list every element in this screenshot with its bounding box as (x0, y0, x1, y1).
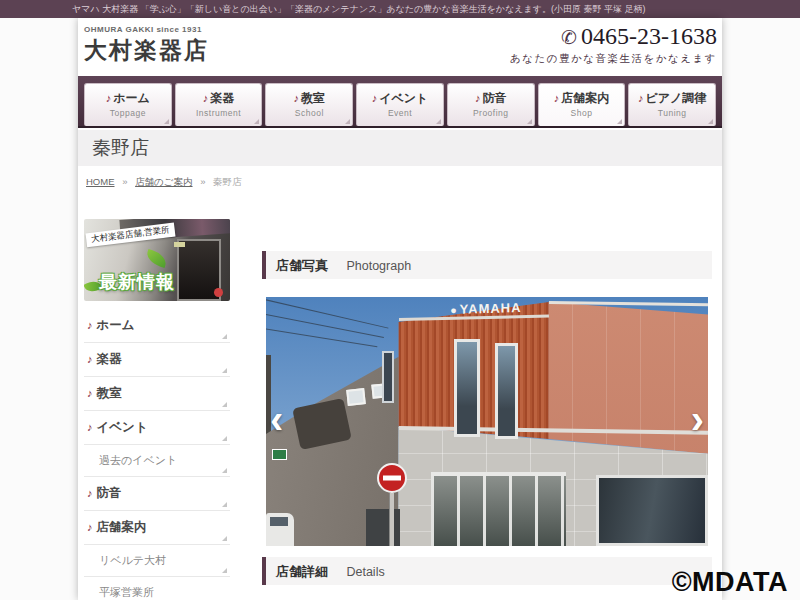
nav-item-label-row: ♪楽器 (176, 90, 262, 107)
sidebar-item-event[interactable]: ♪イベント (84, 411, 230, 445)
yamaha-logo-text: YAMAHA (459, 300, 521, 317)
upper-window (454, 339, 480, 437)
no-entry-sign (377, 463, 407, 493)
nav-item-sublabel: School (266, 108, 352, 118)
nav-item-tuning[interactable]: ♪ピアノ調律 Tuning (628, 83, 716, 126)
music-note-icon: ♪ (372, 92, 378, 104)
sidebar-item-past-events[interactable]: 過去のイベント (84, 445, 230, 477)
sidebar-item-liberte-omura[interactable]: リベルテ大村 (84, 545, 230, 577)
sidebar-item-label: 教室 (97, 386, 122, 400)
nav-item-label-row: ♪教室 (266, 90, 352, 107)
storefront-entrance (431, 472, 566, 546)
nav-item-label-row: ♪防音 (448, 90, 534, 107)
sidebar-item-label: 平塚営業所 (99, 586, 154, 598)
content-columns: 大村楽器店舗,営業所 最新情報 ♪ホーム ♪楽器 ♪教室 ♪イベント 過去のイベ… (78, 219, 722, 600)
music-note-icon: ♪ (87, 353, 93, 365)
sidebar-item-hiratsuka[interactable]: 平塚営業所 (84, 577, 230, 600)
nav-item-label-row: ♪ピアノ調律 (629, 90, 715, 107)
news-banner[interactable]: 大村楽器店舗,営業所 最新情報 (84, 219, 230, 301)
nav-item-label: 教室 (301, 91, 325, 105)
music-note-icon: ♪ (87, 521, 93, 533)
phone-number-row: ✆0465-23-1638 (510, 23, 717, 50)
nav-item-sublabel: Event (357, 108, 443, 118)
sidebar-item-label: 防音 (97, 486, 122, 500)
upper-window (495, 343, 518, 439)
music-note-icon: ♪ (87, 421, 93, 433)
nav-item-instrument[interactable]: ♪楽器 Instrument (175, 83, 263, 126)
music-note-icon: ♪ (475, 92, 481, 104)
nav-item-sublabel: Tuning (629, 108, 715, 118)
breadcrumb-current: 秦野店 (213, 176, 242, 187)
nav-item-home[interactable]: ♪ホーム Toppage (84, 83, 172, 126)
page-title-bar: 秦野店 (78, 130, 722, 166)
sidebar-item-label: イベント (97, 420, 148, 434)
music-note-icon: ♪ (87, 387, 93, 399)
nav-item-label-row: ♪イベント (357, 90, 443, 107)
page-title: 秦野店 (92, 137, 149, 158)
breadcrumb-home[interactable]: HOME (86, 176, 115, 187)
nav-item-shop[interactable]: ♪店舗案内 Shop (538, 83, 626, 126)
van-window (270, 517, 288, 526)
nav-item-event[interactable]: ♪イベント Event (356, 83, 444, 126)
banner-store-sign (174, 242, 185, 247)
top-notice-text: ヤマハ 大村楽器 「学ぶ心」「新しい音との出会い」「楽器のメンテナンス」あなたの… (72, 4, 645, 14)
section-title-ja: 店舗写真 (276, 258, 328, 273)
nav-item-label: 防音 (482, 91, 506, 105)
carousel-next-button[interactable]: › (691, 398, 704, 438)
breadcrumb-separator: » (200, 176, 205, 187)
nav-item-label: 店舗案内 (561, 91, 609, 105)
nav-item-label: 楽器 (210, 91, 234, 105)
nav-item-label: イベント (379, 91, 428, 105)
nav-item-proofing[interactable]: ♪防音 Proofing (447, 83, 535, 126)
nav-item-sublabel: Shop (539, 108, 625, 118)
sidebar-item-label: 店舗案内 (97, 520, 147, 534)
breadcrumb-shops[interactable]: 店舗のご案内 (135, 176, 192, 187)
nav-item-label: ピアノ調律 (646, 91, 707, 105)
phone-icon: ✆ (561, 27, 577, 48)
nav-item-school[interactable]: ♪教室 School (265, 83, 353, 126)
sidebar-item-school[interactable]: ♪教室 (84, 377, 230, 411)
details-section-heading: 店舗詳細 Details (262, 557, 712, 585)
leaf-icon (145, 249, 169, 268)
parked-van (266, 513, 294, 546)
music-note-icon: ♪ (638, 92, 644, 104)
street-equipment (366, 509, 400, 546)
sidebar: 大村楽器店舗,営業所 最新情報 ♪ホーム ♪楽器 ♪教室 ♪イベント 過去のイベ… (84, 219, 230, 600)
site-logo[interactable]: OHMURA GAKKI since 1931 大村楽器店 (84, 25, 209, 66)
nav-item-label-row: ♪店舗案内 (539, 90, 625, 107)
banner-title: 最新情報 (99, 270, 175, 294)
sidebar-item-home[interactable]: ♪ホーム (84, 309, 230, 343)
music-note-icon: ♪ (106, 92, 112, 104)
phone-number: 0465-23-1638 (581, 23, 717, 49)
storefront-display-window (596, 475, 708, 546)
breadcrumb: HOME » 店舗のご案内 » 秦野店 (86, 176, 722, 189)
side-window (346, 388, 366, 406)
breadcrumb-separator: » (122, 176, 127, 187)
corner-window (382, 351, 394, 403)
sidebar-item-shop-guide[interactable]: ♪店舗案内 (84, 511, 230, 545)
logo-main-text: 大村楽器店 (84, 35, 209, 66)
section-title-ja: 店舗詳細 (276, 564, 328, 579)
watermark: ©MDATA (672, 567, 788, 598)
section-title-en: Photograph (346, 259, 411, 273)
banner-red-dot (214, 288, 223, 297)
sidebar-item-proofing[interactable]: ♪防音 (84, 477, 230, 511)
header-tagline: あなたの豊かな音楽生活をかなえます (510, 52, 717, 66)
main-column: 店舗写真 Photograph (262, 219, 712, 600)
store-photo: ●YAMAHA (266, 297, 708, 546)
nav-item-label: ホーム (113, 91, 150, 105)
nav-item-sublabel: Toppage (85, 108, 171, 118)
photo-section-heading: 店舗写真 Photograph (262, 251, 712, 279)
sidebar-item-instrument[interactable]: ♪楽器 (84, 343, 230, 377)
sidebar-menu: ♪ホーム ♪楽器 ♪教室 ♪イベント 過去のイベント ♪防音 ♪店舗案内 リベル… (84, 309, 230, 600)
sidebar-item-label: 楽器 (97, 352, 122, 366)
nav-item-sublabel: Proofing (448, 108, 534, 118)
yamaha-logo-dot: ● (450, 304, 458, 316)
music-note-icon: ♪ (87, 319, 93, 331)
site-header: OHMURA GAKKI since 1931 大村楽器店 ✆0465-23-1… (78, 18, 722, 76)
page: ヤマハ 大村楽器 「学ぶ心」「新しい音との出会い」「楽器のメンテナンス」あなたの… (0, 0, 800, 600)
music-note-icon: ♪ (203, 92, 209, 104)
carousel-prev-button[interactable]: ‹ (270, 398, 283, 438)
sidebar-item-label: ホーム (97, 318, 135, 332)
header-contact: ✆0465-23-1638 あなたの豊かな音楽生活をかなえます (510, 23, 717, 66)
